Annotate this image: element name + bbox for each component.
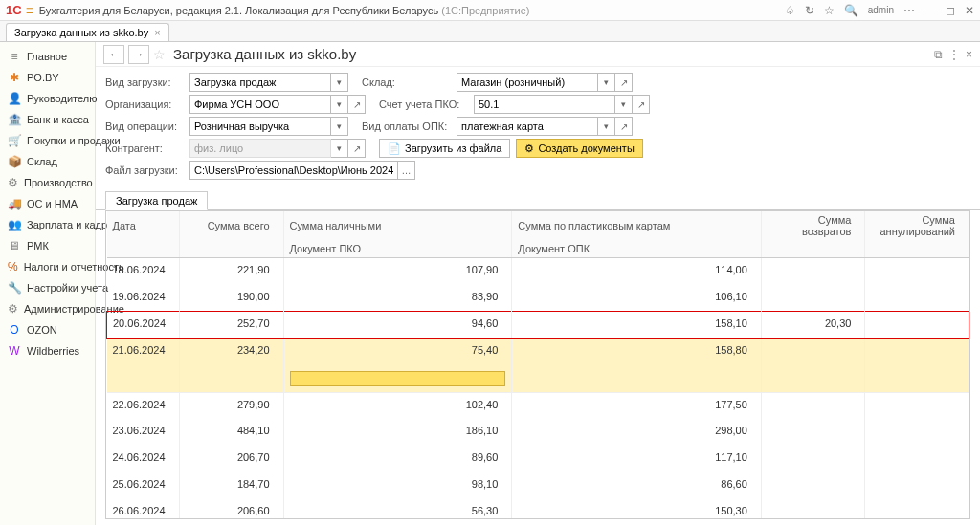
sidebar-item[interactable]: ≡Главное <box>0 46 95 67</box>
field-sklad[interactable] <box>457 73 598 92</box>
cell-annul[interactable] <box>865 258 969 285</box>
sidebar-item[interactable]: 🖥РМК <box>0 235 95 256</box>
tab-close-icon[interactable]: × <box>154 27 160 38</box>
cell-annul[interactable] <box>865 499 969 519</box>
col-sum-total[interactable]: Сумма всего <box>179 211 283 240</box>
cell-annul[interactable] <box>865 392 969 419</box>
user-label[interactable]: admin <box>868 5 894 15</box>
favorites-icon[interactable]: ☆ <box>824 4 835 17</box>
cell-card[interactable]: 150,30 <box>512 499 762 519</box>
load-from-file-button[interactable]: 📄Загрузить из файла <box>379 139 510 158</box>
col-sum-returns[interactable]: Сумма возвратов <box>761 211 865 240</box>
cell-total[interactable]: 484,10 <box>179 419 283 446</box>
table-row[interactable]: 22.06.2024279,90102,40177,50 <box>107 392 969 419</box>
cell-total[interactable]: 190,00 <box>179 285 283 312</box>
dropdown-icon[interactable]: ▾ <box>615 95 633 114</box>
dropdown-icon[interactable]: ▾ <box>331 73 348 92</box>
notifications-icon[interactable]: ♤ <box>785 4 795 17</box>
cell-total[interactable]: 279,90 <box>179 392 283 419</box>
cell-date[interactable]: 23.06.2024 <box>107 419 180 446</box>
cell-returns[interactable] <box>761 446 865 472</box>
cell-cash[interactable]: 94,60 <box>283 312 512 339</box>
open-ref-icon[interactable]: ↗ <box>633 95 650 114</box>
browse-icon[interactable]: … <box>398 161 415 180</box>
sidebar-item[interactable]: OOZON <box>0 319 95 340</box>
open-ref-icon[interactable]: ↗ <box>348 95 366 114</box>
cell-cash[interactable]: 83,90 <box>283 285 512 312</box>
col-date[interactable]: Дата <box>107 211 180 240</box>
table-row[interactable]: 26.06.2024206,6056,30150,30 <box>107 499 969 519</box>
search-icon[interactable]: 🔍 <box>844 4 858 17</box>
cell-date[interactable]: 22.06.2024 <box>107 392 180 419</box>
cell-annul[interactable] <box>865 419 969 446</box>
cell-card[interactable]: 177,50 <box>512 392 762 419</box>
sidebar-item[interactable]: 📦Склад <box>0 151 95 172</box>
cell-total[interactable]: 206,60 <box>179 499 283 519</box>
settings-icon[interactable]: ⋯ <box>903 4 915 17</box>
dropdown-icon[interactable]: ▾ <box>598 117 615 136</box>
cell-date[interactable]: 20.06.2024 <box>107 312 180 339</box>
cell-returns[interactable] <box>761 285 865 312</box>
field-schet-pko[interactable] <box>474 95 615 114</box>
cell-card[interactable]: 106,10 <box>512 285 762 312</box>
cell-card[interactable]: 298,00 <box>512 419 762 446</box>
sidebar-item[interactable]: ⚙Администрирование <box>0 298 95 319</box>
cell-date[interactable]: 21.06.2024 <box>107 339 180 365</box>
col-sum-cash[interactable]: Сумма наличными <box>283 211 512 240</box>
field-fajl-zagruzki[interactable] <box>189 161 398 180</box>
sidebar-item[interactable]: 👥Зарплата и кадры <box>0 214 95 235</box>
cell-annul[interactable] <box>865 446 969 472</box>
cell-cash[interactable]: 102,40 <box>283 392 512 419</box>
history-icon[interactable]: ↻ <box>805 4 814 17</box>
menu-icon[interactable]: ≡ <box>26 3 33 18</box>
table-row[interactable]: 21.06.2024234,2075,40158,80 <box>107 339 969 365</box>
cell-cash[interactable]: 186,10 <box>283 419 512 446</box>
create-documents-button[interactable]: ⚙Создать документы <box>516 139 642 158</box>
table-subrow[interactable] <box>107 365 969 393</box>
sidebar-item[interactable]: %Налоги и отчетность <box>0 256 95 277</box>
cell-total[interactable]: 206,70 <box>179 446 283 472</box>
col-sum-annul[interactable]: Сумма аннулирований <box>865 211 969 240</box>
col-doc-opk[interactable]: Документ ОПК <box>512 240 762 258</box>
favorite-star-icon[interactable]: ☆ <box>153 47 166 62</box>
close-icon[interactable]: ✕ <box>965 4 974 17</box>
cell-returns[interactable] <box>761 339 865 365</box>
table-row[interactable]: 20.06.2024252,7094,60158,1020,30 <box>107 312 969 339</box>
dropdown-icon[interactable]: ▾ <box>598 73 615 92</box>
dropdown-icon[interactable]: ▾ <box>331 117 348 136</box>
cell-card[interactable]: 114,00 <box>512 258 762 285</box>
cell-total[interactable]: 184,70 <box>179 472 283 499</box>
close-page-icon[interactable]: × <box>966 48 972 61</box>
minimize-icon[interactable]: — <box>924 4 936 17</box>
cell-returns[interactable] <box>761 419 865 446</box>
col-doc-pko[interactable]: Документ ПКО <box>283 240 512 258</box>
active-tab[interactable]: Загрузка данных из skko.by × <box>6 23 169 41</box>
table-row[interactable]: 23.06.2024484,10186,10298,00 <box>107 419 969 446</box>
cell-date[interactable]: 18.06.2024 <box>107 258 180 285</box>
cell-annul[interactable] <box>865 312 969 339</box>
cell-returns[interactable] <box>761 499 865 519</box>
field-vid-zagruzki[interactable] <box>189 73 331 92</box>
cell-annul[interactable] <box>865 472 969 499</box>
open-external-icon[interactable]: ⧉ <box>934 48 943 61</box>
open-ref-icon[interactable]: ↗ <box>615 117 633 136</box>
nav-forward-button[interactable]: → <box>128 45 149 64</box>
field-vid-operacii[interactable] <box>189 117 331 136</box>
sidebar-item[interactable]: 🔧Настройки учета <box>0 277 95 298</box>
cell-returns[interactable] <box>761 392 865 419</box>
cell-date[interactable]: 24.06.2024 <box>107 446 180 472</box>
cell-total[interactable]: 221,90 <box>179 258 283 285</box>
cell-total[interactable]: 234,20 <box>179 339 283 365</box>
table-row[interactable]: 25.06.2024184,7098,1086,60 <box>107 472 969 499</box>
cell-cash[interactable]: 75,40 <box>283 339 512 365</box>
sidebar-item[interactable]: WWildberries <box>0 340 95 361</box>
cell-annul[interactable] <box>865 285 969 312</box>
cell-cash[interactable]: 107,90 <box>283 258 512 285</box>
table-row[interactable]: 18.06.2024221,90107,90114,00 <box>107 258 969 285</box>
field-vid-oplaty[interactable] <box>457 117 598 136</box>
tab-zagruzka-prodazh[interactable]: Загрузка продаж <box>105 191 208 210</box>
sidebar-item[interactable]: 🛒Покупки и продажи <box>0 130 95 151</box>
cell-date[interactable]: 25.06.2024 <box>107 472 180 499</box>
cell-cash[interactable]: 89,60 <box>283 446 512 472</box>
open-ref-icon[interactable]: ↗ <box>615 73 633 92</box>
